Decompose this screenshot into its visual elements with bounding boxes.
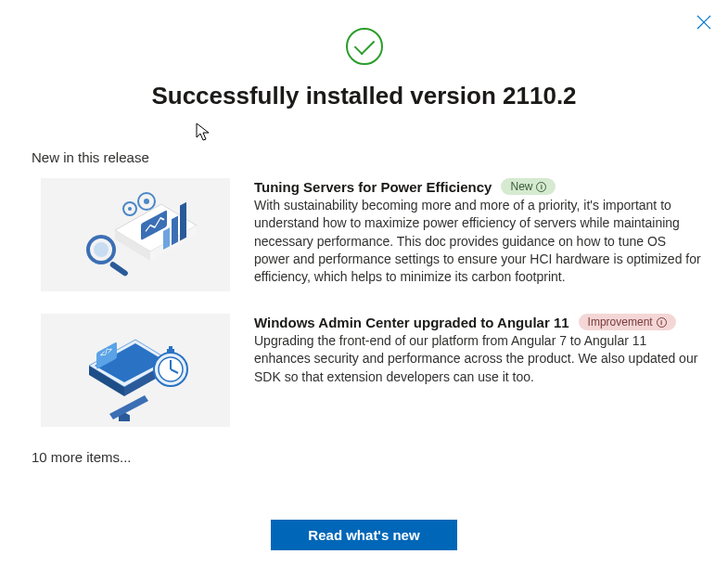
- svg-rect-7: [163, 227, 170, 250]
- footer: Read what's new: [0, 520, 728, 550]
- release-body: With sustainability becoming more and mo…: [254, 197, 704, 287]
- svg-rect-9: [180, 202, 186, 241]
- release-item: </> Windows Admin Center upgraded to Ang…: [0, 308, 728, 444]
- release-body: Upgrading the front-end of our platform …: [254, 332, 704, 386]
- badge-label: Improvement: [588, 316, 653, 329]
- svg-rect-20: [167, 349, 174, 353]
- more-items-link[interactable]: 10 more items...: [0, 444, 728, 465]
- info-icon: i: [536, 182, 546, 192]
- info-icon: i: [657, 317, 667, 328]
- svg-point-3: [128, 207, 132, 211]
- new-badge: New i: [501, 178, 556, 195]
- close-icon: [696, 15, 711, 30]
- close-button[interactable]: [693, 11, 715, 33]
- svg-point-5: [144, 199, 149, 204]
- release-thumbnail: </>: [41, 314, 230, 427]
- success-check-icon: [346, 28, 383, 65]
- svg-rect-12: [109, 261, 129, 277]
- svg-point-11: [94, 242, 109, 257]
- improvement-badge: Improvement i: [579, 314, 676, 330]
- upgrade-illustration-icon: </>: [70, 319, 200, 421]
- badge-label: New: [510, 180, 532, 193]
- release-title: Tuning Servers for Power Efficiency: [254, 179, 492, 195]
- svg-rect-21: [169, 346, 172, 349]
- release-thumbnail: [41, 178, 230, 291]
- release-title: Windows Admin Center upgraded to Angular…: [254, 315, 569, 330]
- release-item: Tuning Servers for Power Efficiency New …: [0, 173, 728, 308]
- svg-rect-8: [172, 215, 178, 245]
- read-whats-new-button[interactable]: Read what's new: [271, 520, 456, 550]
- release-text: Windows Admin Center upgraded to Angular…: [254, 314, 704, 427]
- header: Successfully installed version 2110.2: [0, 0, 728, 110]
- page-title: Successfully installed version 2110.2: [0, 82, 728, 110]
- section-heading: New in this release: [0, 110, 728, 173]
- tuning-illustration-icon: [70, 188, 200, 281]
- release-text: Tuning Servers for Power Efficiency New …: [254, 178, 704, 291]
